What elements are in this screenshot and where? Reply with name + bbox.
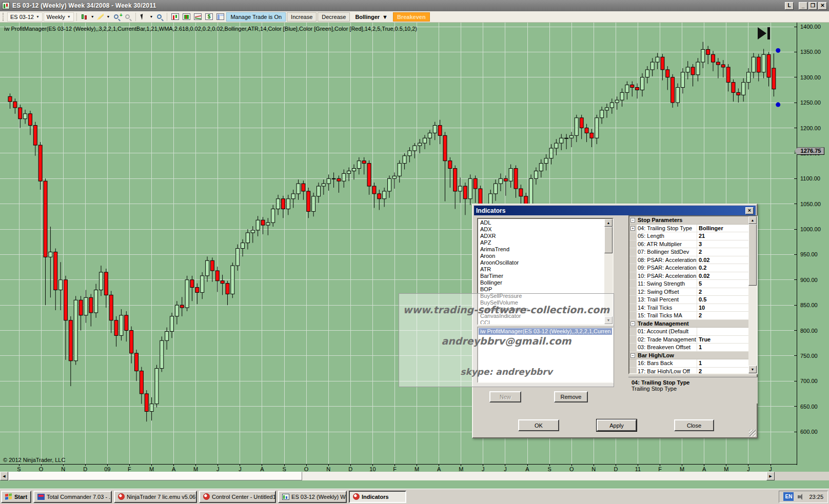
remove-button[interactable]: Remove xyxy=(554,391,588,402)
property-row[interactable]: 13: Trail Percent0.5 xyxy=(629,296,748,304)
link-button[interactable]: L xyxy=(785,2,794,10)
property-row[interactable]: 09: PSAR: Acceleration0.2 xyxy=(629,264,748,272)
property-value[interactable]: 0.2 xyxy=(697,264,748,272)
property-value[interactable]: 2 xyxy=(697,312,748,319)
property-value[interactable]: 2 xyxy=(697,368,748,375)
indicator-list-item[interactable]: ADXR xyxy=(479,233,604,239)
property-group-row[interactable]: −Stop Parameters xyxy=(629,216,748,225)
property-row[interactable]: 10: PSAR: Acceleration0.02 xyxy=(629,272,748,280)
chart-trader-icon[interactable] xyxy=(170,12,180,22)
indicator-list-item[interactable]: APZ xyxy=(479,239,604,246)
collapse-icon[interactable]: − xyxy=(630,353,635,358)
property-value[interactable]: 2 xyxy=(697,288,748,296)
chevron-down-icon[interactable]: ▼ xyxy=(107,15,110,18)
instrument-selector[interactable]: ES 03-12▼ xyxy=(7,12,43,22)
chevron-down-icon[interactable]: ▼ xyxy=(91,15,94,18)
pencil-draw-icon[interactable] xyxy=(95,12,106,22)
indicator-list-item[interactable]: BOP xyxy=(479,286,604,293)
toolbar-grip[interactable] xyxy=(3,13,5,21)
indicator-list-item[interactable]: Bollinger xyxy=(479,279,604,286)
zoom-in-icon[interactable] xyxy=(111,12,122,22)
property-row[interactable]: 11: Swing Strength5 xyxy=(629,280,748,288)
taskbar-button[interactable]: ES 03-12 (Weekly) Wee... xyxy=(278,491,347,503)
crosshair-icon[interactable] xyxy=(154,12,164,22)
candlestick-style-icon[interactable] xyxy=(80,12,90,22)
decrease-button[interactable]: Decrease xyxy=(318,12,350,22)
property-value[interactable]: 0.5 xyxy=(697,296,748,304)
indicator-list-item[interactable]: ATR xyxy=(479,266,604,273)
close-dialog-button[interactable]: Close xyxy=(674,419,714,431)
scroll-down-icon[interactable]: ▼ xyxy=(748,366,757,373)
property-value[interactable]: 0.02 xyxy=(697,256,748,264)
property-value[interactable]: 0.02 xyxy=(697,272,748,280)
taskbar-button[interactable]: NinjaTrader 7 lic.emu v5.06 xyxy=(114,491,197,503)
increase-button[interactable]: Increase xyxy=(287,12,317,22)
property-row[interactable]: 16: Bars Back1 xyxy=(629,359,748,368)
scroll-up-icon[interactable]: ▲ xyxy=(604,219,613,227)
minimize-button[interactable]: _ xyxy=(799,2,807,10)
data-panel-icon[interactable] xyxy=(215,12,225,22)
period-selector[interactable]: Weekly▼ xyxy=(44,12,74,22)
taskbar-button[interactable]: Indicators xyxy=(349,491,406,503)
collapse-icon[interactable]: − xyxy=(630,321,635,326)
property-row[interactable]: 06: ATR Multiplier3 xyxy=(629,240,748,249)
start-button[interactable]: Start xyxy=(1,491,31,503)
chevron-down-icon[interactable]: ▼ xyxy=(150,15,153,18)
property-value[interactable]: 21 xyxy=(697,232,748,240)
indicator-list-item[interactable]: BarTimer xyxy=(479,273,604,279)
property-row[interactable]: 15: Trail Ticks MA2 xyxy=(629,312,748,320)
properties-scrollbar[interactable]: ▲ ▼ xyxy=(748,216,757,373)
property-value[interactable]: Bollinger xyxy=(697,225,748,232)
scroll-right-icon[interactable]: ▶ xyxy=(766,472,775,480)
scrollbar-thumb[interactable] xyxy=(604,227,613,253)
apply-button[interactable]: Apply xyxy=(597,419,637,431)
indicator-list-item[interactable]: ArimaTrend xyxy=(479,246,604,253)
indicator-list-item[interactable]: AroonOscillator xyxy=(479,259,604,266)
property-row[interactable]: 17: Bar High/Low Off2 xyxy=(629,368,748,375)
chart-bars-icon[interactable] xyxy=(181,12,191,22)
property-value[interactable]: 10 xyxy=(697,304,748,312)
property-row[interactable]: 07: Bollinger StdDev2 xyxy=(629,248,748,256)
property-row[interactable]: 12: Swing Offset2 xyxy=(629,288,748,296)
indicator-list-item[interactable]: Aroon xyxy=(479,253,604,259)
property-value[interactable]: 2 xyxy=(697,248,748,256)
property-value[interactable]: 5 xyxy=(697,280,748,288)
property-group-row[interactable]: −Bar High/Low xyxy=(629,352,748,360)
dialog-close-icon[interactable]: × xyxy=(745,207,754,214)
property-value[interactable]: 1 xyxy=(697,359,748,367)
scroll-left-icon[interactable]: ◀ xyxy=(0,472,8,480)
property-row[interactable]: 05: Length21 xyxy=(629,232,748,240)
indicator-list-item[interactable]: ADL xyxy=(479,219,604,226)
manage-trade-button[interactable]: Manage Trade is On xyxy=(226,12,286,22)
property-row[interactable]: 08: PSAR: Acceleration0.02 xyxy=(629,256,748,265)
close-button[interactable]: ✕ xyxy=(818,2,827,10)
expand-icon[interactable]: + xyxy=(630,226,635,231)
restore-button[interactable]: ❐ xyxy=(808,2,817,10)
collapse-icon[interactable]: − xyxy=(630,218,635,223)
dialog-titlebar[interactable]: Indicators × xyxy=(474,206,756,215)
breakeven-button[interactable]: Breakeven xyxy=(393,12,430,22)
taskbar-button[interactable]: Control Center - Untitled1 xyxy=(199,491,276,503)
property-value[interactable]: True xyxy=(697,336,748,344)
property-row[interactable]: 03: Breakeven Offset1 xyxy=(629,344,748,352)
speaker-icon[interactable] xyxy=(798,494,805,500)
stop-type-selector[interactable]: Bollinger▼ xyxy=(351,12,392,22)
dollar-icon[interactable]: $ xyxy=(204,12,214,22)
property-value[interactable]: 1 xyxy=(697,344,748,351)
indicator-list-item[interactable]: ADX xyxy=(479,226,604,233)
property-row[interactable]: +04: Trailing Stop TypeBollinger xyxy=(629,225,748,233)
language-indicator[interactable]: EN xyxy=(783,492,794,501)
property-row[interactable]: 01: Account (Default xyxy=(629,328,748,336)
go-to-end-icon[interactable] xyxy=(758,27,772,41)
property-value[interactable]: 3 xyxy=(697,240,748,248)
property-row[interactable]: 14: Trail Ticks10 xyxy=(629,304,748,312)
property-row[interactable]: 02: Trade ManagementTrue xyxy=(629,336,748,344)
scrollbar-thumb[interactable] xyxy=(9,472,302,480)
cursor-icon[interactable] xyxy=(139,12,149,22)
property-value[interactable] xyxy=(697,328,748,335)
property-group-row[interactable]: −Trade Management xyxy=(629,320,748,328)
taskbar-button[interactable]: Total Commander 7.03 - ... xyxy=(33,491,112,503)
resize-grip[interactable] xyxy=(749,430,756,436)
chart-horizontal-scrollbar[interactable]: ◀ ▶ xyxy=(0,472,775,480)
scrollbar-thumb[interactable] xyxy=(748,224,757,286)
